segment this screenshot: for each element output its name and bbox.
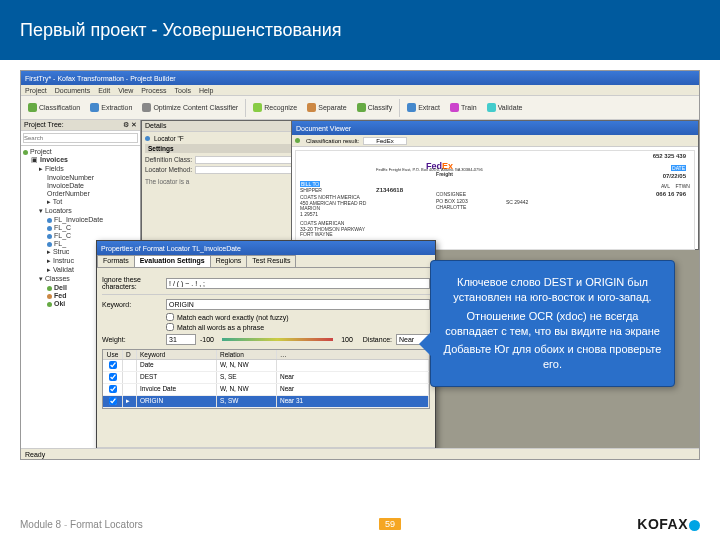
btn-optimize[interactable]: Optimize Content Classifier: [139, 102, 241, 113]
grid-row[interactable]: DateW, N, NW: [103, 360, 429, 372]
btn-train[interactable]: Train: [447, 102, 480, 113]
keywords-grid: Use D Keyword Relation … DateW, N, NW: [102, 349, 430, 409]
menubar[interactable]: Project Documents Edit View Process Tool…: [21, 85, 699, 96]
menu-tools[interactable]: Tools: [175, 87, 191, 94]
kofax-logo: KOFAX: [637, 516, 700, 532]
method-value[interactable]: [195, 166, 302, 174]
weight-input[interactable]: [166, 334, 196, 345]
slide-header: Первый проект - Усовершенствования: [0, 0, 720, 60]
menu-documents[interactable]: Documents: [55, 87, 90, 94]
def-class-value[interactable]: [195, 156, 302, 164]
slide-footer: Module 8 - Format Locators 59 KOFAX: [20, 516, 700, 532]
settings-section: Settings: [145, 144, 302, 153]
chk-match-exact[interactable]: [166, 313, 174, 321]
props-tabs: Formats Evaluation Settings Regions Test…: [97, 255, 435, 268]
btn-validate[interactable]: Validate: [484, 102, 526, 113]
btn-extraction[interactable]: Extraction: [87, 102, 135, 113]
menu-help[interactable]: Help: [199, 87, 213, 94]
locator-name: Locator "F: [154, 135, 184, 142]
document-page[interactable]: FedExFreight 652 325 439 DATE 07/22/05 A…: [295, 150, 695, 250]
tab-regions[interactable]: Regions: [210, 255, 248, 267]
props-title: Properties of Format Locator TL_InvoiceD…: [101, 245, 241, 252]
page-number: 59: [379, 518, 401, 530]
btn-extract[interactable]: Extract: [404, 102, 443, 113]
viewer-title: Document Viewer: [296, 125, 351, 132]
grid-row-selected[interactable]: ▸ ORIGINS, SWNear 31: [103, 396, 429, 408]
details-panel: Details✕ Locator "F Settings Definition …: [141, 120, 306, 260]
menu-view[interactable]: View: [118, 87, 133, 94]
window-titlebar: FirstTry* - Kofax Transformation - Proje…: [21, 71, 699, 85]
btn-classification[interactable]: Classification: [25, 102, 83, 113]
project-tree-label: Project Tree:: [24, 121, 64, 129]
btn-recognize[interactable]: Recognize: [250, 102, 300, 113]
tab-formats[interactable]: Formats: [97, 255, 135, 267]
btn-classify[interactable]: Classify: [354, 102, 396, 113]
tab-evaluation-settings[interactable]: Evaluation Settings: [134, 255, 211, 267]
toolbar: Classification Extraction Optimize Conte…: [21, 96, 699, 120]
chk-match-phrase[interactable]: [166, 323, 174, 331]
btn-separate[interactable]: Separate: [304, 102, 349, 113]
instruction-callout: Ключевое слово DEST и ORIGIN был установ…: [430, 260, 675, 387]
weight-slider[interactable]: [222, 338, 333, 341]
tree-tools-icon[interactable]: ⚙ ✕: [123, 121, 137, 129]
document-viewer: Document Viewer Classification result: F…: [291, 120, 699, 250]
classification-result[interactable]: FedEx: [363, 137, 406, 145]
menu-project[interactable]: Project: [25, 87, 47, 94]
statusbar: Ready: [21, 448, 699, 459]
search-input[interactable]: [23, 133, 138, 143]
menu-edit[interactable]: Edit: [98, 87, 110, 94]
grid-row[interactable]: DESTS, SENear: [103, 372, 429, 384]
menu-process[interactable]: Process: [141, 87, 166, 94]
grid-row[interactable]: Invoice DateW, N, NWNear: [103, 384, 429, 396]
details-heading: Details: [145, 122, 166, 130]
tab-test-results[interactable]: Test Results: [246, 255, 296, 267]
window-title: FirstTry* - Kofax Transformation - Proje…: [25, 75, 176, 82]
properties-dialog: Properties of Format Locator TL_InvoiceD…: [96, 240, 436, 460]
ignore-chars-input[interactable]: [166, 278, 430, 289]
slide-title: Первый проект - Усовершенствования: [20, 20, 342, 41]
keyword-input[interactable]: [166, 299, 430, 310]
